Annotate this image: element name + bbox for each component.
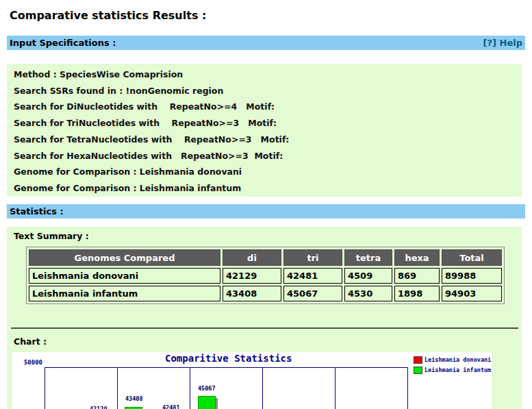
summary-table: Genomes Compared di tri tetra hexa Total… <box>26 247 505 304</box>
spec-line-method: Method : SpeciesWise Comaprision <box>14 66 522 83</box>
table-row-infantum: Leishmania infantum 43408 45067 4530 189… <box>29 286 502 301</box>
genome-name-cell: Leishmania infantum <box>29 286 220 301</box>
legend-swatch-green-icon <box>414 367 422 374</box>
input-specifications-header-bar: Input Specifications : [?] Help <box>7 36 525 50</box>
table-header-row: Genomes Compared di tri tetra hexa Total <box>29 249 502 266</box>
chart: Comparitive Statistics Leishmania donova… <box>12 352 492 409</box>
col-header-tetra: tetra <box>344 249 392 266</box>
col-header-di: di <box>223 249 281 266</box>
spec-line-tetranucleotides: Search for TetraNucleotides with RepeatN… <box>14 132 522 148</box>
value-cell-total: 89988 <box>442 268 502 284</box>
table-row-donovani: Leishmania donovani 42129 42481 4509 869… <box>29 268 502 284</box>
legend-item-donovani: Leishmania donovani <box>414 356 491 364</box>
value-cell-tetra: 4509 <box>344 268 392 284</box>
spec-line-hexanucleotides: Search for HexaNucleotides with RepeatNo… <box>14 148 522 164</box>
chart-label: Chart : <box>14 336 47 347</box>
spec-line-genome-donovani: Genome for Comparison : Leishmania donov… <box>14 164 522 180</box>
value-cell-tri: 45067 <box>283 286 342 301</box>
bar-label-infantum-di: 43408 <box>125 396 143 402</box>
spec-line-region: Search SSRs found in : !nonGenomic regio… <box>14 83 522 99</box>
value-cell-hexa: 869 <box>394 268 440 284</box>
value-cell-di: 43408 <box>223 286 281 301</box>
bar-label-infantum-tri: 45067 <box>198 386 216 392</box>
spec-line-genome-infantum: Genome for Comparison : Leishmania infan… <box>14 180 522 197</box>
legend-swatch-red-icon <box>414 356 422 364</box>
legend-label-donovani: Leishmania donovani <box>425 356 491 363</box>
page-title: Comparative statistics Results : <box>10 9 206 22</box>
value-cell-hexa: 1898 <box>394 286 440 301</box>
genome-name-cell: Leishmania donovani <box>29 268 220 284</box>
plot-area: 42129 43408 42481 45067 <box>45 367 408 409</box>
value-cell-di: 42129 <box>223 268 281 284</box>
value-cell-tetra: 4530 <box>344 286 392 301</box>
gridline <box>117 368 118 409</box>
bar-label-donovani-di: 42129 <box>90 406 107 409</box>
chart-title: Comparitive Statistics <box>165 353 292 364</box>
bar-label-donovani-tri: 42481 <box>162 405 180 409</box>
legend-item-infantum: Leishmania infantum <box>414 366 491 374</box>
value-cell-tri: 42481 <box>283 268 342 284</box>
gridline <box>190 368 190 409</box>
text-summary-label: Text Summary : <box>14 231 89 241</box>
col-header-hexa: hexa <box>394 249 440 266</box>
help-link[interactable]: [?] Help <box>483 38 522 48</box>
statistics-panel: Text Summary : Genomes Compared di tri t… <box>7 227 522 409</box>
bar-infantum-tri <box>198 396 216 409</box>
statistics-heading: Statistics : <box>10 206 64 216</box>
spec-line-trinucleotides: Search for TriNucleotides with RepeatNo>… <box>14 115 522 132</box>
col-header-tri: tri <box>283 249 342 266</box>
legend-label-infantum: Leishmania infantum <box>425 367 491 373</box>
statistics-header-bar: Statistics : <box>7 204 525 219</box>
gridline <box>262 368 263 409</box>
col-header-genomes-compared: Genomes Compared <box>29 249 220 266</box>
value-cell-total: 94903 <box>442 286 502 301</box>
y-axis-tick-label: 50000 <box>23 360 42 366</box>
col-header-total: Total <box>442 249 502 266</box>
gridline <box>335 368 335 409</box>
divider-line <box>11 327 518 329</box>
input-specifications-heading: Input Specifications : <box>10 38 116 48</box>
spec-line-dinucleotides: Search for DiNucleotides with RepeatNo>=… <box>14 99 522 115</box>
input-specifications-panel: Method : SpeciesWise Comaprision Search … <box>7 64 522 197</box>
